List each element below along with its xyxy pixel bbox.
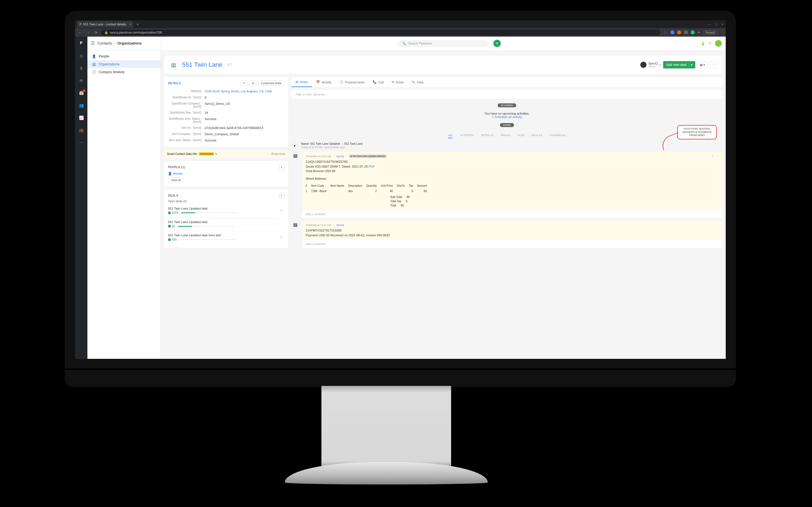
add-comment-input[interactable]: Add a comment [302,210,722,218]
edit-button[interactable]: ✎ [241,80,248,86]
subnav-organizations[interactable]: 🏢 Organizations [87,60,160,68]
ext-icon[interactable] [670,31,674,34]
ext-icon[interactable] [677,31,681,34]
note-user[interactable]: SyncQ [336,155,344,158]
crumb-contacts[interactable]: Contacts [98,41,112,45]
view-all-button[interactable]: View all [168,177,184,183]
linked-deal-chip[interactable]: ●551 Twin Lane Updated deal Q1 [349,155,386,158]
add-deal-button[interactable]: + [279,193,284,198]
note-icon: ▤ [292,221,298,228]
filter-files[interactable]: FILES [517,134,524,138]
deal-item[interactable]: 551 Twin Lane Updated deal $259 ⚠ [168,205,284,218]
calendar-icon[interactable]: 📅 [79,90,84,96]
dollar-icon[interactable]: $ [79,65,84,71]
deal-amount: $259 [172,211,178,214]
chevron-down-icon[interactable]: ▾ [689,63,693,67]
schedule-activity-link[interactable]: + Schedule an activity [292,115,722,119]
smart-contact-bar[interactable]: Smart Contact Data info ADVANCED ↖ Show … [164,150,288,158]
new-tab-button[interactable]: + [137,22,139,26]
view-toggle[interactable]: ▦ ▾ [698,61,707,68]
chrome-menu-icon[interactable]: ⋮ [720,31,723,34]
extensions-icon[interactable]: ✦ [698,31,700,34]
close-icon[interactable]: × [130,22,132,26]
contacts-icon[interactable]: 👥 [79,103,84,108]
more-icon[interactable]: ⋯ [79,140,84,145]
tab-files[interactable]: 📎Files [407,77,427,87]
expand-icon[interactable]: ⤢ [711,155,714,158]
insights-icon[interactable]: 📈 [79,115,84,121]
tab-call[interactable]: 📞Call [369,77,388,87]
tag-icon[interactable]: 🏷 [227,62,232,67]
warning-icon: ⚠ [280,209,283,212]
subnav-timeline[interactable]: 🕘 Contacts timeline [87,68,160,76]
paused-badge[interactable]: Paused [703,31,718,35]
maximize-icon[interactable]: □ [715,22,717,26]
ext-icon[interactable] [691,31,695,34]
url-text: syncq.pipedrive.com/organization/298 [110,31,162,34]
user-avatar[interactable] [715,40,722,47]
show-more-link[interactable]: Show more [271,152,285,156]
dot-icon: • [292,143,298,149]
note-composer[interactable]: Take a note, @name... [292,90,722,99]
minimize-icon[interactable]: — [708,22,711,26]
reload-icon[interactable]: ⟳ [93,31,99,35]
pipedrive-logo-icon[interactable]: P [78,40,85,46]
person-link[interactable]: 👤 Amelia [168,172,284,175]
add-comment-input[interactable]: Add a comment [302,240,722,248]
target-icon[interactable]: ◎ [79,53,84,59]
filter-deals[interactable]: DEALS 6 [532,134,542,138]
field-value[interactable]: 1245 North Spring Street, Los Angeles, C… [205,90,272,93]
more-icon[interactable]: ⋯ [716,155,719,158]
left-rail: P ◎ $ ✉ 📅 👥 📈 💼 ⋯ [75,37,87,359]
help-icon[interactable]: ? [709,41,711,46]
reorder-button[interactable]: ⇅ [250,80,257,86]
tab-email[interactable]: ✉Email [388,77,408,87]
close-window-icon[interactable]: × [722,22,723,26]
mail-icon[interactable]: ✉ [79,78,84,83]
add-person-button[interactable]: + [279,165,284,170]
clock-icon: 🕘 [92,70,96,74]
smart-label: Smart Contact Data info [167,152,197,156]
timeline-filters: ALL ACTIVITIES NOTES 11 EMAILS FILES DEA… [292,134,722,138]
details-panel: DETAILS ✎ ⇅ Customize fields Address1245… [164,77,288,147]
pdf-link[interactable]: PDF [368,165,375,168]
tab-propose[interactable]: 🕐Propose times [336,77,369,87]
progress-bar [178,226,234,227]
owner-selector[interactable]: SyncQ Owner ▾ [640,62,661,68]
filter-emails[interactable]: EMAILS [501,134,510,138]
status-dot-icon [168,225,171,228]
tab-notes[interactable]: ▤Notes [292,77,312,87]
note-user[interactable]: SyncQ [336,224,344,226]
add-new-deal-button[interactable]: Add new deal ▾ [663,61,695,68]
ext-icon[interactable] [684,31,688,34]
note-line: Quote #QU-0007 DRAFT. Dated: 2021-07-29 … [306,164,719,169]
lightbulb-icon[interactable]: 💡 [701,41,705,46]
menu-icon[interactable]: ☰ [91,41,95,46]
filter-changelog[interactable]: CHANGELOG [550,134,566,138]
forward-icon[interactable]: → [85,31,91,35]
star-icon[interactable]: ☆ [663,31,668,35]
deal-item[interactable]: 551 Twin Lane Updated deal $0 [168,218,284,231]
quick-add-button[interactable]: + [493,40,501,47]
browser-tab[interactable]: P 551 Twin Lane - contact details × [77,21,133,27]
window-controls: — □ × [708,22,723,26]
crumb-organizations[interactable]: Organizations [117,41,142,45]
products-icon[interactable]: 💼 [79,127,84,133]
filter-activities[interactable]: ACTIVITIES [460,134,474,138]
deal-amount: $90 [172,238,177,241]
quote-table: #Item CodeItem NameDescriptionQuantityUn… [306,183,431,194]
tab-activity[interactable]: 📅Activity [312,77,336,87]
more-icon[interactable]: ⋯ [716,224,719,226]
address-bar[interactable]: 🔒 syncq.pipedrive.com/organization/298 [101,30,660,36]
details-heading: DETAILS [168,82,181,85]
more-actions-button[interactable]: ⋯ [710,61,717,68]
subnav-label: People [99,54,109,58]
customize-fields-button[interactable]: Customize fields [259,80,284,86]
timeline-note: Yesterday at 11:51 AM · SyncQ · ●551 Twi… [302,152,722,210]
filter-all[interactable]: ALL [448,134,453,138]
global-search[interactable]: 🔍 Search Pipedrive [398,40,488,47]
back-icon[interactable]: ← [77,31,83,35]
filter-notes[interactable]: NOTES 11 [481,134,493,138]
deal-item[interactable]: 551 Twin Lane Updated deal Xero test $90… [168,231,284,244]
subnav-people[interactable]: 👤 People [87,52,160,60]
